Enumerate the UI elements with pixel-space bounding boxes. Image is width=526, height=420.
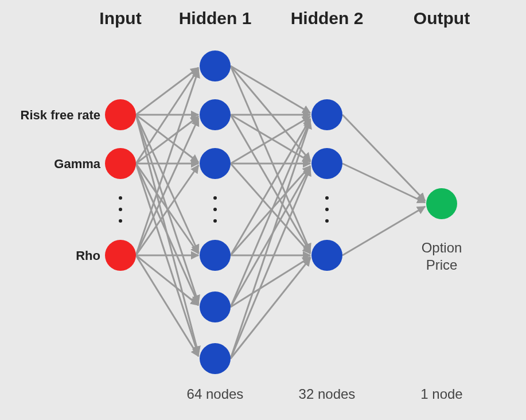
edges-hidden2-to-output <box>342 115 425 255</box>
output-label-line1: Option <box>422 240 462 255</box>
svg-line-14 <box>136 165 198 255</box>
svg-line-18 <box>231 66 310 113</box>
footer-hidden2: 32 nodes <box>299 386 356 402</box>
input-label-gamma: Gamma <box>54 157 100 171</box>
svg-line-16 <box>136 255 198 305</box>
header-input: Input <box>99 9 141 28</box>
svg-line-11 <box>136 164 198 355</box>
svg-line-9 <box>136 164 198 254</box>
svg-point-40 <box>119 208 122 211</box>
input-label-risk-free-rate: Risk free rate <box>21 108 100 122</box>
input-node-rho <box>105 240 136 271</box>
svg-point-45 <box>325 196 329 200</box>
input-node-gamma <box>105 148 136 179</box>
svg-line-0 <box>136 68 198 115</box>
svg-point-47 <box>325 219 329 223</box>
svg-line-23 <box>231 115 310 252</box>
hidden1-node <box>200 148 231 179</box>
svg-point-42 <box>213 196 217 200</box>
hidden2-node <box>311 240 342 271</box>
svg-line-34 <box>231 168 310 359</box>
output-label-line2: Price <box>426 257 458 273</box>
svg-line-36 <box>342 115 425 201</box>
footer-hidden1: 64 nodes <box>187 386 244 402</box>
output-layer <box>426 188 457 219</box>
svg-point-43 <box>213 208 217 211</box>
svg-line-35 <box>231 258 310 359</box>
svg-point-46 <box>325 208 329 211</box>
input-layer <box>105 99 136 271</box>
header-output: Output <box>414 9 470 28</box>
footer-output: 1 node <box>420 386 462 402</box>
header-hidden2: Hidden 2 <box>291 9 364 28</box>
svg-line-30 <box>231 120 310 307</box>
hidden1-node <box>200 240 231 271</box>
hidden2-layer <box>311 99 342 271</box>
svg-line-37 <box>342 164 425 203</box>
svg-line-17 <box>136 255 198 356</box>
hidden2-node <box>311 99 342 130</box>
svg-line-38 <box>342 207 425 255</box>
svg-point-41 <box>119 219 122 223</box>
input-node-risk-free-rate <box>105 99 136 130</box>
hidden1-layer <box>200 50 231 374</box>
hidden1-node <box>200 99 231 130</box>
nn-diagram: Input Hidden 1 Hidden 2 Output <box>0 0 526 420</box>
hidden1-node <box>200 50 231 81</box>
hidden1-node <box>200 291 231 322</box>
svg-point-39 <box>119 196 122 200</box>
edges-hidden1-to-hidden2 <box>231 66 310 359</box>
output-node <box>426 188 457 219</box>
header-hidden1: Hidden 1 <box>179 9 252 28</box>
svg-line-6 <box>136 69 198 164</box>
hidden2-node <box>311 148 342 179</box>
input-label-rho: Rho <box>76 248 100 263</box>
svg-point-44 <box>213 219 217 223</box>
hidden1-node <box>200 343 231 374</box>
edges-input-to-hidden1 <box>136 68 198 356</box>
